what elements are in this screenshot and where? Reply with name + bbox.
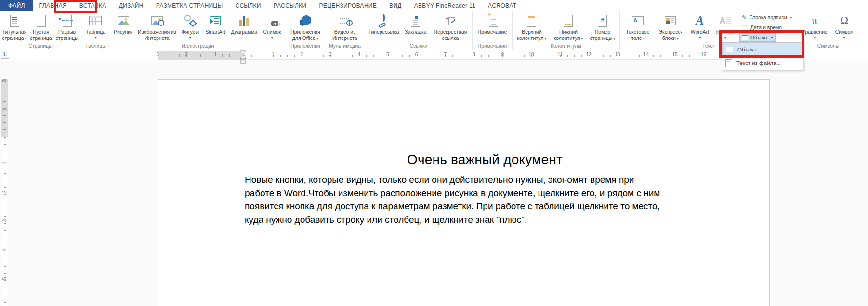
group-header-footer: Верхний колонтитул▾ Нижний колонтитул▾ #…	[512, 11, 619, 50]
group-label-illustrations: Иллюстрации	[111, 42, 285, 50]
object-button[interactable]: Объект ▾	[739, 33, 776, 42]
chart-button[interactable]: Диаграмма	[229, 11, 260, 42]
wordart-icon: A	[696, 13, 704, 29]
ruler-number: 3	[153, 52, 162, 57]
menu-item-text-from-file[interactable]: Текст из файла...	[722, 56, 803, 70]
hyperlink-icon	[378, 13, 390, 29]
group-label-comments: Примечания	[473, 42, 511, 50]
ruler-number: 2	[182, 52, 191, 57]
page-break-icon: ▶	[63, 13, 72, 29]
ruler-number: 2	[2, 78, 7, 85]
ruler-number: 3	[326, 52, 335, 57]
chevron-down-icon: ▾	[189, 36, 191, 40]
chevron-down-icon: ▾	[843, 36, 845, 40]
document-body: Новые кнопки, которые видны, только если…	[245, 173, 725, 226]
blank-page-button[interactable]: Пустая страница	[28, 11, 54, 42]
symbol-icon: Ω	[840, 13, 848, 29]
tab-stop-selector[interactable]: L	[1, 51, 9, 59]
bookmark-icon	[411, 13, 420, 29]
group-pages: Титульная страница▾ Пустая страница ▶ Ра…	[0, 11, 81, 50]
tab-acrobat[interactable]: ACROBAT	[482, 0, 523, 11]
symbol-button[interactable]: Ω Символ ▾	[831, 11, 858, 42]
group-apps: Приложения для Office▾ Приложения	[286, 11, 325, 50]
ruler-number: 16	[699, 52, 709, 57]
chevron-down-icon: ▾	[94, 36, 96, 40]
menu-item-object[interactable]: Объект...	[722, 43, 803, 56]
screenshot-icon: +	[266, 13, 278, 29]
comment-icon: ☀	[486, 13, 498, 29]
signature-line-icon: ✎	[742, 14, 747, 21]
object-icon	[742, 35, 748, 40]
chevron-down-icon: ▾	[790, 15, 792, 20]
tab-review[interactable]: РЕЦЕНЗИРОВАНИЕ	[313, 0, 383, 11]
tab-view[interactable]: ВИД	[383, 0, 408, 11]
group-tables: Таблица ▾ Таблицы	[81, 11, 110, 50]
blank-page-icon	[37, 13, 46, 29]
comment-button[interactable]: ☀ Примечание	[473, 11, 511, 42]
date-time-button[interactable]: Дата и время	[739, 23, 784, 32]
hyperlink-button[interactable]: Гиперссылка	[366, 11, 402, 42]
bookmark-button[interactable]: Закладка	[402, 11, 430, 42]
text-box-button[interactable]: A Текстовое поле▾	[621, 11, 655, 42]
ruler-number: 5	[2, 275, 7, 282]
group-label-apps: Приложения	[287, 42, 324, 50]
equation-icon: π	[812, 13, 818, 29]
tab-abbyy[interactable]: ABBYY FineReader 11	[408, 0, 482, 11]
table-button[interactable]: Таблица ▾	[82, 11, 108, 42]
online-video-button[interactable]: Видео из Интернета	[329, 11, 361, 42]
cover-page-icon	[10, 13, 19, 29]
footer-button[interactable]: Нижний колонтитул▾	[550, 11, 587, 42]
date-time-icon	[742, 25, 748, 30]
ruler-number: 14	[641, 52, 651, 57]
wordart-button[interactable]: A WordArt ▾	[686, 11, 713, 42]
shapes-icon	[184, 13, 197, 29]
ruler-number: 13	[613, 52, 622, 57]
ruler-number: 12	[584, 52, 593, 57]
chevron-down-icon: ▾	[724, 36, 726, 40]
ruler-number: 5	[383, 52, 393, 57]
page-number-button[interactable]: # Номер страницы▾	[587, 11, 618, 42]
object-dropdown-menu: Объект... Текст из файла...	[722, 42, 803, 70]
drop-cap-icon: A	[719, 13, 731, 29]
chevron-down-icon: ▾	[643, 37, 645, 41]
chevron-down-icon: ▾	[771, 36, 773, 40]
document-title: Очень важный документ	[245, 152, 725, 167]
document-background: Очень важный документ Новые кнопки, кото…	[0, 61, 868, 306]
indent-marker[interactable]	[240, 50, 246, 64]
online-pictures-button[interactable]: Изображения из Интернета	[135, 11, 179, 42]
tab-mailings[interactable]: РАССЫЛКИ	[267, 0, 313, 11]
document-page[interactable]: Очень важный документ Новые кнопки, кото…	[158, 79, 770, 306]
chevron-down-icon: ▾	[613, 37, 615, 41]
online-video-icon	[339, 13, 351, 29]
screenshot-button[interactable]: + Снимок ▾	[260, 11, 285, 42]
quick-parts-button[interactable]: Экспресс-блоки▾	[655, 11, 686, 42]
chevron-down-icon: ▾	[316, 37, 318, 41]
group-label-header-footer: Колонтитулы	[513, 42, 618, 50]
cross-reference-button[interactable]: Перекрестная ссылка	[430, 11, 471, 42]
page-break-button[interactable]: ▶ Разрыв страницы	[54, 11, 80, 42]
online-pictures-icon	[151, 13, 163, 29]
chevron-down-icon: ▾	[699, 36, 701, 40]
tab-file[interactable]: ФАЙЛ	[0, 0, 33, 11]
header-button[interactable]: Верхний колонтитул▾	[513, 11, 550, 42]
ruler-number: 9	[498, 52, 507, 57]
ruler-number: 4	[354, 52, 364, 57]
tab-design[interactable]: ДИЗАЙН	[113, 0, 150, 11]
signature-line-button[interactable]: ✎ Строка подписи ▾	[739, 13, 795, 22]
group-symbols: π Уравнение ▾ Ω Символ ▾ Символы	[798, 11, 859, 50]
chevron-down-icon: ▾	[581, 37, 583, 41]
pictures-button[interactable]: Рисунки	[111, 11, 135, 42]
tab-references[interactable]: ССЫЛКИ	[229, 0, 267, 11]
smartart-button[interactable]: SmartArt	[202, 11, 229, 42]
equation-button[interactable]: π Уравнение ▾	[799, 11, 831, 42]
tab-home[interactable]: ГЛАВНАЯ	[33, 0, 73, 11]
office-apps-button[interactable]: Приложения для Office▾	[287, 11, 324, 42]
ruler-number: 8	[469, 52, 479, 57]
object-icon	[726, 47, 733, 52]
tab-page-layout[interactable]: РАЗМЕТКА СТРАНИЦЫ	[150, 0, 229, 11]
shapes-button[interactable]: Фигуры ▾	[179, 11, 202, 42]
drop-cap-button[interactable]: A Буквица ▾	[713, 11, 737, 42]
cover-page-button[interactable]: Титульная страница▾	[1, 11, 28, 42]
tab-insert[interactable]: ВСТАВКА	[73, 0, 113, 11]
pictures-icon	[118, 13, 129, 29]
